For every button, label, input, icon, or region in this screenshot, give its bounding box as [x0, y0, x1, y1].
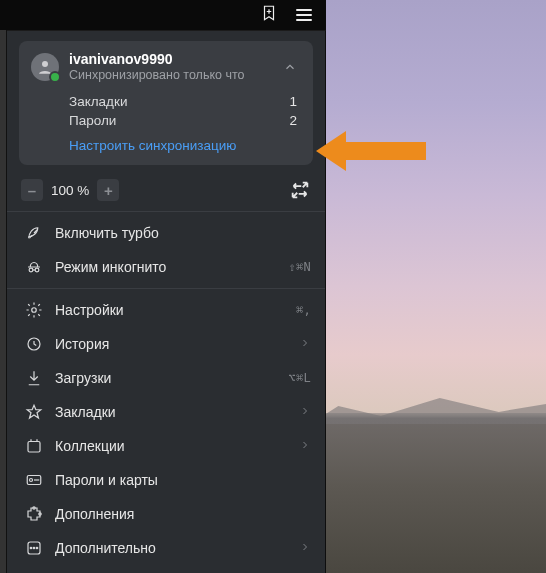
sync-row-count: 1 [289, 94, 297, 109]
bookmark-add-icon[interactable] [260, 4, 278, 26]
menu-item-label: Загрузки [55, 370, 276, 386]
svg-point-3 [32, 308, 37, 313]
chevron-right-icon [299, 438, 311, 454]
avatar [31, 53, 59, 81]
svg-point-11 [30, 547, 32, 549]
puzzle-icon [25, 505, 43, 523]
gear-icon [25, 301, 43, 319]
svg-point-7 [30, 479, 33, 482]
main-menu-button[interactable] [296, 9, 312, 21]
menu-item-passwords[interactable]: Пароли и карты [7, 463, 325, 497]
key-card-icon [25, 471, 43, 489]
chevron-right-icon [299, 540, 311, 556]
svg-point-2 [35, 268, 39, 272]
menu-item-label: Коллекции [55, 438, 287, 454]
more-icon [25, 539, 43, 557]
menu-item-label: Пароли и карты [55, 472, 311, 488]
sync-row-label: Пароли [69, 113, 116, 128]
menu-item-shortcut: ⌘, [296, 303, 311, 317]
svg-point-0 [42, 61, 48, 67]
zoom-out-button[interactable]: – [21, 179, 43, 201]
menu-item-history[interactable]: История [7, 327, 325, 361]
menu-item-label: Настройки [55, 302, 284, 318]
menu-item-shortcut: ⇧⌘N [288, 260, 311, 274]
rocket-icon [25, 224, 43, 242]
menu-item-downloads[interactable]: Загрузки ⌥⌘L [7, 361, 325, 395]
chevron-right-icon [299, 404, 311, 420]
configure-sync-link[interactable]: Настроить синхронизацию [69, 138, 301, 153]
sync-row-bookmarks[interactable]: Закладки 1 [69, 92, 297, 111]
divider [7, 211, 325, 212]
download-icon [25, 369, 43, 387]
sync-card: ivanivanov9990 Синхронизировано только ч… [19, 41, 313, 165]
sync-status-badge-icon [49, 71, 61, 83]
sync-row-label: Закладки [69, 94, 127, 109]
collections-icon [25, 437, 43, 455]
history-icon [25, 335, 43, 353]
sync-header[interactable]: ivanivanov9990 Синхронизировано только ч… [31, 51, 301, 82]
menu-item-addons[interactable]: Дополнения [7, 497, 325, 531]
menu-item-label: Включить турбо [55, 225, 311, 241]
chevron-up-icon[interactable] [279, 56, 301, 78]
svg-point-13 [36, 547, 38, 549]
zoom-row: – 100 % + [7, 175, 325, 207]
browser-top-bar [0, 0, 326, 30]
zoom-value: 100 % [49, 183, 91, 198]
menu-item-shortcut: ⌥⌘L [288, 371, 311, 385]
menu-item-incognito[interactable]: Режим инкогнито ⇧⌘N [7, 250, 325, 284]
sync-status-text: Синхронизировано только что [69, 68, 269, 82]
divider [7, 288, 325, 289]
sync-row-passwords[interactable]: Пароли 2 [69, 111, 297, 130]
svg-rect-5 [28, 442, 40, 453]
star-icon [25, 403, 43, 421]
menu-item-more[interactable]: Дополнительно [7, 531, 325, 565]
fullscreen-button[interactable] [289, 179, 311, 201]
main-menu-panel: ivanivanov9990 Синхронизировано только ч… [7, 30, 326, 573]
menu-item-settings[interactable]: Настройки ⌘, [7, 293, 325, 327]
sync-username: ivanivanov9990 [69, 51, 269, 67]
menu-item-bookmarks[interactable]: Закладки [7, 395, 325, 429]
menu-item-label: Режим инкогнито [55, 259, 276, 275]
sync-row-count: 2 [289, 113, 297, 128]
menu-item-label: История [55, 336, 287, 352]
svg-point-12 [33, 547, 35, 549]
svg-point-1 [29, 268, 33, 272]
menu-item-label: Дополнительно [55, 540, 287, 556]
incognito-icon [25, 258, 43, 276]
chevron-right-icon [299, 336, 311, 352]
menu-item-turbo[interactable]: Включить турбо [7, 216, 325, 250]
menu-item-label: Закладки [55, 404, 287, 420]
menu-item-label: Дополнения [55, 506, 311, 522]
menu-item-collections[interactable]: Коллекции [7, 429, 325, 463]
zoom-in-button[interactable]: + [97, 179, 119, 201]
sidebar-sliver [0, 30, 7, 573]
